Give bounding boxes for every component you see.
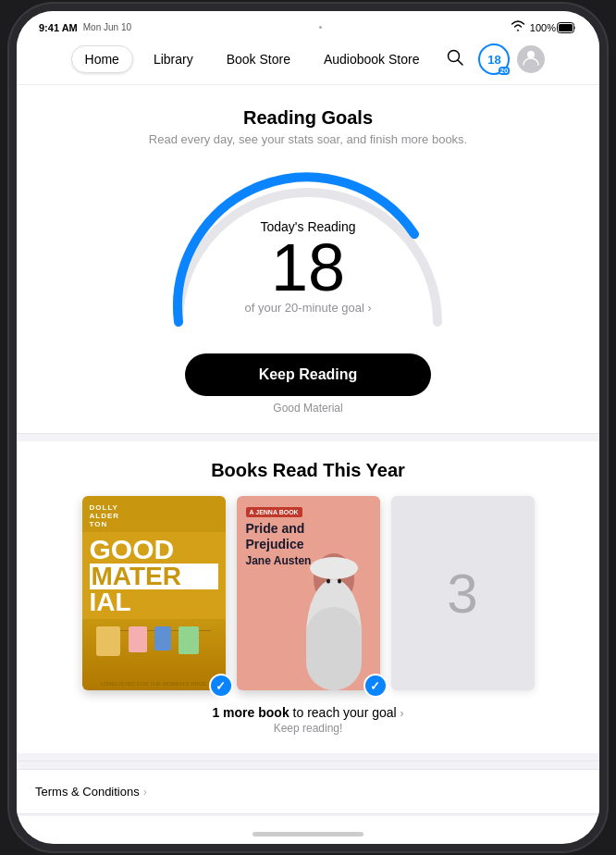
wifi-icon — [510, 20, 526, 34]
terms-section: Terms & Conditions › — [17, 769, 599, 814]
nav-book-store[interactable]: Book Store — [214, 46, 303, 72]
svg-point-6 — [310, 557, 358, 579]
search-icon[interactable] — [439, 45, 471, 74]
profile-icon[interactable] — [517, 45, 545, 73]
goal-progress-text[interactable]: 1 more book to reach your goal › — [35, 705, 581, 720]
svg-line-3 — [458, 60, 462, 65]
svg-rect-8 — [306, 607, 362, 690]
svg-point-10 — [338, 579, 341, 584]
books-grid: DOLLY ALDER TON GOOD MATER IAL — [35, 496, 581, 690]
reading-gauge: Today's Reading 18 of your 20-minute goa… — [160, 165, 456, 331]
book-pride-prejudice-check: ✓ — [363, 674, 388, 698]
nav-audiobook-store[interactable]: Audiobook Store — [311, 46, 433, 72]
terms-label: Terms & Conditions — [35, 785, 140, 799]
svg-point-9 — [326, 579, 330, 584]
status-time: 9:41 AM — [39, 22, 78, 33]
svg-rect-1 — [559, 24, 573, 31]
bottom-spacer — [17, 814, 599, 816]
divider-1 — [17, 433, 599, 434]
person-icon — [523, 49, 539, 69]
pp-title: Pride andPrejudice — [246, 521, 305, 552]
goal-reach-text: to reach your goal — [293, 705, 400, 720]
keep-reading-button[interactable]: Keep Reading — [185, 353, 432, 396]
badge-number: 18 — [487, 53, 500, 67]
book-placeholder: 3 — [391, 496, 535, 690]
pp-badge: A JENNA BOOK — [246, 507, 302, 517]
gauge-center: Today's Reading 18 of your 20-minute goa… — [245, 219, 372, 315]
goal-subtext: Keep reading! — [35, 722, 581, 735]
goal-arrow: › — [400, 707, 404, 720]
reading-goals-section: Reading Goals Read every day, see your s… — [17, 85, 599, 433]
placeholder-number: 3 — [447, 562, 477, 626]
goal-text: of your 20-minute goal — [245, 301, 364, 315]
divider-2 — [17, 761, 599, 762]
status-icons: 100% — [510, 20, 577, 34]
svg-point-4 — [527, 51, 535, 58]
home-indicator — [253, 832, 363, 836]
books-title: Books Read This Year — [35, 460, 581, 481]
terms-chevron: › — [143, 786, 147, 799]
main-content: Reading Goals Read every day, see your s… — [17, 85, 599, 816]
terms-link[interactable]: Terms & Conditions › — [35, 785, 581, 799]
nav-home[interactable]: Home — [71, 45, 133, 73]
gauge-goal[interactable]: of your 20-minute goal › — [245, 301, 372, 315]
pp-figure — [288, 551, 380, 690]
minutes-read: 18 — [271, 230, 345, 304]
book-good-material-check: ✓ — [209, 674, 233, 698]
status-bar: 9:41 AM Mon Jun 10 100% — [17, 11, 599, 38]
top-dot — [319, 26, 322, 29]
reading-badge[interactable]: 18 20 — [478, 43, 510, 75]
book-good-material[interactable]: DOLLY ALDER TON GOOD MATER IAL — [82, 496, 226, 690]
nav-bar: Home Library Book Store Audiobook Store … — [17, 38, 599, 85]
status-date: Mon Jun 10 — [83, 22, 131, 32]
book-pride-prejudice[interactable]: A JENNA BOOK Pride andPrejudice Jane Aus… — [237, 496, 380, 690]
keep-reading-subtitle: Good Material — [35, 402, 581, 415]
goal-chevron: › — [367, 302, 371, 315]
reading-goals-title: Reading Goals — [35, 107, 581, 129]
badge-sub: 20 — [499, 67, 511, 75]
reading-goals-subtitle: Read every day, see your stats soar, and… — [35, 132, 581, 146]
battery-icon: 100% — [530, 22, 577, 33]
books-section: Books Read This Year DOLLY ALDER TON — [17, 441, 599, 753]
nav-library[interactable]: Library — [141, 46, 206, 72]
goal-more-books: 1 more book — [212, 705, 289, 720]
